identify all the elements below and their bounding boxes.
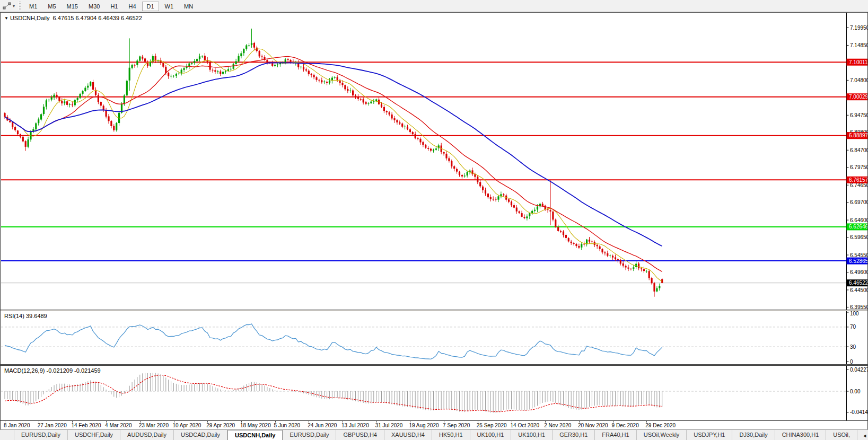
chart-symbol-label: USDCNH,Daily (10, 15, 50, 21)
date-label: 13 Jul 2020 (341, 423, 369, 428)
timeframe-button-h1[interactable]: H1 (106, 2, 122, 11)
rsi-value: 39.6489 (26, 313, 47, 319)
price-axis-tick: 6.59650 (850, 234, 867, 240)
price-axis-tick: 6.54550 (850, 252, 867, 258)
macd-value: -0.021209 (46, 367, 73, 374)
chart-tab-usdchf-daily[interactable]: USDCHF,Daily (68, 430, 120, 440)
moving-average-fast (5, 49, 662, 281)
macd-indicator-pane[interactable]: MACD(12,26,9) -0.021209 -0.021459 0.0422… (1, 366, 867, 420)
price-axis-tick: 6.49600 (850, 269, 867, 275)
timeframe-button-m30[interactable]: M30 (84, 2, 104, 11)
chart-tab-usoil-weekly[interactable]: USOil,Weekly (637, 430, 687, 440)
chart-title: ▼USDCNH,Daily 6.47615 6.47904 6.46439 6.… (4, 15, 142, 21)
chart-tab-usoil-[interactable]: USOil, (826, 430, 857, 440)
rsi-axis-tick: 100 (850, 311, 859, 316)
timeframe-button-w1[interactable]: W1 (160, 2, 179, 11)
date-label: 25 Sep 2020 (477, 423, 507, 428)
level-price-label: 7.10011 (849, 59, 867, 65)
rsi-line (5, 324, 662, 359)
trading-terminal-window: ▾ M1M5M15M30H1H4D1W1MN ▼USDCNH,Daily 6.4… (0, 0, 868, 440)
chart-tab-gbpusd-h4[interactable]: GBPUSD,H4 (336, 430, 384, 440)
moving-average-medium (5, 57, 662, 272)
chart-title-caret-icon[interactable]: ▼ (4, 16, 8, 21)
level-price-label: 6.88897 (849, 133, 867, 138)
chart-tab-dj30-daily[interactable]: DJ30,Daily (732, 430, 775, 440)
macd-plot[interactable]: 0.0422750.00-0.04148 (1, 366, 867, 420)
chevron-down-icon[interactable]: ▾ (13, 4, 15, 8)
macd-signal-value: -0.021459 (74, 367, 101, 374)
level-price-label: 7.00029 (849, 94, 867, 100)
price-axis-tick: 7.04800 (850, 77, 867, 83)
chart-tool-button[interactable]: ▾ (0, 0, 17, 12)
chart-tab-fra40-h1[interactable]: FRA40,H1 (595, 430, 636, 440)
level-price-label: 6.52865 (849, 258, 867, 264)
timeframe-button-m15[interactable]: M15 (62, 2, 83, 11)
current-price-label: 6.46522 (849, 280, 867, 286)
date-label: 10 Apr 2020 (173, 423, 201, 428)
chart-tab-eurusd-daily[interactable]: EURUSD,Daily (14, 430, 68, 440)
price-axis-tick: 6.84700 (850, 147, 867, 153)
rsi-axis-tick: 70 (850, 324, 856, 330)
chart-tab-bar: EURUSD,DailyUSDCHF,DailyAUDUSD,DailyUSDC… (0, 429, 868, 440)
chart-tab-usdcnh-daily[interactable]: USDCNH,Daily (227, 430, 283, 440)
chart-tab-uk100-h1[interactable]: UK100,H1 (511, 430, 553, 440)
timeframe-button-d1[interactable]: D1 (142, 2, 159, 11)
chart-window: ▼USDCNH,Daily 6.47615 6.47904 6.46439 6.… (0, 12, 868, 430)
rsi-axis-tick: 0 (850, 359, 853, 365)
date-label: 5 Jun 2020 (274, 423, 301, 428)
level-price-label: 6.62646 (849, 224, 867, 230)
date-label: 8 Jan 2020 (4, 423, 30, 428)
macd-label: MACD(12,26,9) -0.021209 -0.021459 (4, 367, 101, 374)
chart-tab-xauusd-h4[interactable]: XAUUSD,H4 (384, 430, 432, 440)
moving-average-slow (5, 63, 662, 246)
timeframe-button-mn[interactable]: MN (179, 2, 198, 11)
price-chart-pane[interactable]: ▼USDCNH,Daily 6.47615 6.47904 6.46439 6.… (1, 13, 867, 310)
date-label: 18 May 2020 (240, 423, 271, 428)
trendline-tool-icon (3, 2, 12, 10)
chart-tab-china300-h1[interactable]: CHINA300,H1 (775, 430, 827, 440)
date-label: 31 Jul 2020 (375, 423, 403, 428)
price-axis-tick: 7.19950 (850, 25, 867, 31)
price-axis-tick: 6.39550 (850, 304, 867, 310)
chart-tab-hk50-h1[interactable]: HK50,H1 (432, 430, 470, 440)
price-axis-tick: 6.44500 (850, 287, 867, 293)
date-label: 7 Sep 2020 (443, 423, 470, 428)
chart-ohlc-values: 6.47615 6.47904 6.46439 6.46522 (53, 15, 142, 21)
price-axis-tick: 6.69700 (850, 199, 867, 205)
date-label: 2 Nov 2020 (544, 423, 571, 428)
chart-tab-audusd-daily[interactable]: AUDUSD,Daily (120, 430, 174, 440)
date-label: 23 Mar 2020 (139, 423, 169, 428)
level-price-label: 6.76157 (849, 177, 867, 183)
rsi-label: RSI(14) 39.6489 (4, 313, 47, 319)
date-axis[interactable]: 8 Jan 202027 Jan 202014 Feb 20204 Mar 20… (1, 420, 867, 429)
date-label: 29 Apr 2020 (206, 423, 235, 428)
chart-tab-usdcad-daily[interactable]: USDCAD,Daily (174, 430, 227, 440)
rsi-indicator-pane[interactable]: RSI(14) 39.6489 10070300 (1, 311, 867, 364)
date-label: 24 Jun 2020 (308, 423, 337, 428)
chart-tab-uk100-h1[interactable]: UK100,H1 (470, 430, 512, 440)
price-axis-tick: 7.14850 (850, 42, 867, 48)
chart-tab-ger30-h1[interactable]: GER30,H1 (553, 430, 595, 440)
price-axis-tick: 6.94750 (850, 112, 867, 118)
date-label: 14 Feb 2020 (71, 423, 101, 428)
date-label: 20 Nov 2020 (578, 423, 608, 428)
timeframe-button-m5[interactable]: M5 (43, 2, 60, 11)
date-label: 27 Jan 2020 (38, 423, 67, 428)
rsi-plot[interactable]: 10070300 (1, 311, 867, 364)
price-axis-tick: 6.79750 (850, 164, 867, 170)
timeframe-button-h4[interactable]: H4 (124, 2, 141, 11)
date-label: 4 Mar 2020 (105, 423, 132, 428)
tab-scroll-left-icon[interactable]: ◄ (861, 432, 868, 440)
toolbar-grip[interactable] (19, 2, 21, 10)
chart-tab-eurusd-daily[interactable]: EURUSD,Daily (283, 430, 336, 440)
date-label: 9 Dec 2020 (612, 423, 639, 428)
date-label: 19 Aug 2020 (409, 423, 439, 428)
date-label: 29 Dec 2020 (645, 423, 676, 428)
timeframe-button-m1[interactable]: M1 (24, 2, 42, 11)
chart-tab-usdjpy-h1[interactable]: USDJPY,H1 (687, 430, 732, 440)
rsi-axis-tick: 30 (850, 344, 856, 350)
date-label: 14 Oct 2020 (511, 423, 539, 428)
macd-axis-tick: 0.042275 (850, 367, 867, 373)
candlestick-chart[interactable]: 7.199507.148507.099007.048006.997506.947… (1, 13, 867, 310)
price-axis-tick: 6.64600 (850, 217, 867, 223)
